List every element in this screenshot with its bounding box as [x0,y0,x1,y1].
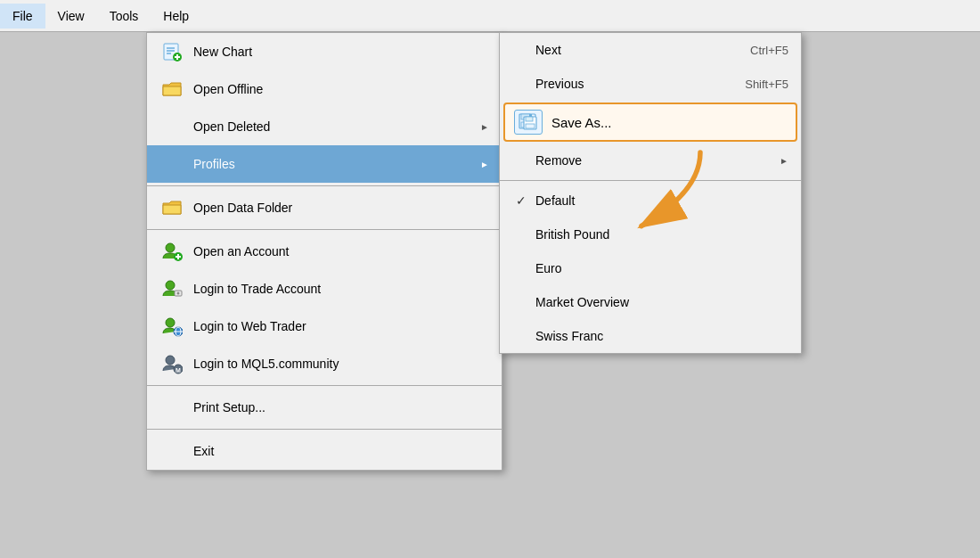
remove-arrow: ► [780,156,788,166]
profiles-icon [159,152,184,176]
remove-label: Remove [535,153,780,168]
menu-item-open-data-folder[interactable]: Open Data Folder [147,189,502,226]
default-checkmark: ✓ [512,193,530,208]
previous-shortcut: Shift+F5 [745,78,788,91]
open-data-folder-label: Open Data Folder [193,201,489,215]
menu-item-open-offline[interactable]: Open Offline [147,70,502,108]
svg-point-11 [166,281,175,290]
profiles-euro[interactable]: Euro [500,251,801,285]
menu-item-new-chart[interactable]: New Chart [147,33,502,70]
open-deleted-icon [159,114,184,139]
next-checkmark [512,43,530,57]
menu-bar-file[interactable]: File [0,4,45,29]
menu-item-open-deleted[interactable]: Open Deleted ► [147,108,502,145]
menu-item-open-account[interactable]: Open an Account [147,233,502,270]
swiss-franc-label: Swiss Franc [535,329,788,343]
euro-label: Euro [535,261,788,275]
profiles-market-overview[interactable]: Market Overview [500,285,801,319]
print-setup-icon [159,395,184,420]
svg-point-7 [166,243,175,252]
open-account-label: Open an Account [193,244,489,258]
separator-4 [147,429,502,430]
separator-3 [147,385,502,386]
new-chart-icon [159,39,184,64]
login-mql5-icon: M [159,351,184,376]
previous-checkmark [512,77,530,91]
market-overview-checkmark [512,295,530,309]
svg-point-18 [166,356,175,365]
euro-checkmark [512,261,530,275]
separator-1 [147,185,502,186]
remove-checkmark [512,153,530,168]
market-overview-label: Market Overview [535,295,788,309]
menu-item-login-trade[interactable]: Login to Trade Account [147,270,502,308]
svg-rect-26 [526,117,533,121]
exit-icon [159,439,184,464]
next-label: Next [535,43,750,57]
login-web-label: Login to Web Trader [193,319,489,333]
profiles-british-pound[interactable]: British Pound [500,217,801,251]
open-deleted-arrow: ► [480,122,489,132]
svg-point-13 [177,292,180,295]
login-web-icon [159,314,184,339]
british-pound-checkmark [512,227,530,242]
default-label: Default [535,193,788,208]
print-setup-label: Print Setup... [193,400,489,414]
file-menu: New Chart Open Offline Open Deleted ► Pr… [146,32,502,471]
menu-bar-view[interactable]: View [45,4,97,29]
swiss-franc-checkmark [512,329,530,343]
profiles-remove[interactable]: Remove ► [500,144,801,177]
open-deleted-label: Open Deleted [193,119,480,134]
svg-point-14 [166,318,175,327]
menu-bar-tools[interactable]: Tools [97,4,151,29]
menu-item-login-mql5[interactable]: M Login to MQL5.community [147,345,502,382]
separator-2 [147,229,502,230]
menu-bar: File View Tools Help [0,0,980,32]
exit-label: Exit [193,444,489,458]
open-offline-icon [159,77,184,102]
menu-item-login-web[interactable]: Login to Web Trader [147,308,502,345]
save-as-label: Save As... [551,115,787,130]
profiles-swiss-franc[interactable]: Swiss Franc [500,319,801,353]
profiles-previous[interactable]: Previous Shift+F5 [500,67,801,101]
svg-text:M: M [176,367,181,373]
profiles-save-as[interactable]: Save As... [503,103,797,142]
open-data-folder-icon [159,195,184,220]
new-chart-label: New Chart [193,45,489,59]
profiles-label: Profiles [193,157,480,171]
login-mql5-label: Login to MQL5.community [193,357,489,371]
profiles-arrow: ► [480,160,489,169]
previous-label: Previous [535,77,745,91]
profiles-separator [500,180,801,181]
british-pound-label: British Pound [535,227,788,242]
next-shortcut: Ctrl+F5 [750,44,788,57]
login-trade-icon [159,276,184,301]
profiles-submenu: Next Ctrl+F5 Previous Shift+F5 Save As..… [499,32,802,354]
menu-item-profiles[interactable]: Profiles ► [147,145,502,183]
login-trade-label: Login to Trade Account [193,282,489,296]
open-account-icon [159,239,184,264]
menu-item-exit[interactable]: Exit [147,432,502,470]
menu-bar-help[interactable]: Help [151,4,201,29]
profiles-next[interactable]: Next Ctrl+F5 [500,33,801,67]
save-as-icon [514,110,543,135]
open-offline-label: Open Offline [193,82,489,96]
menu-item-print-setup[interactable]: Print Setup... [147,389,502,426]
svg-rect-27 [526,124,535,128]
profiles-default[interactable]: ✓ Default [500,184,801,217]
